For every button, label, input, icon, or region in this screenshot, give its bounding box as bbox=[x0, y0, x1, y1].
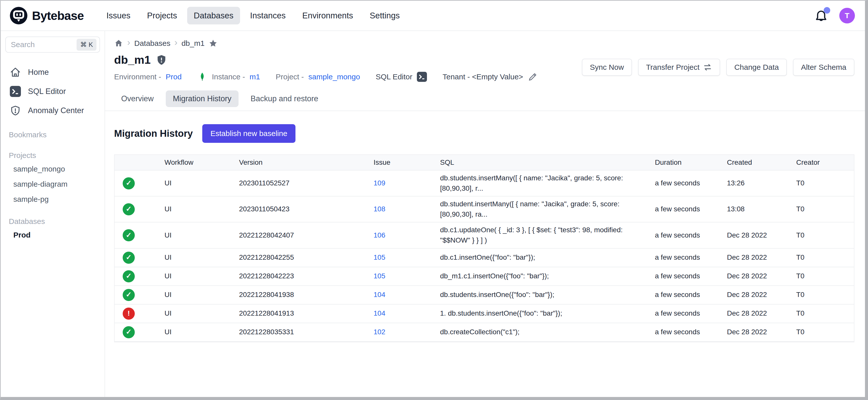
sidebar-item-home[interactable]: Home bbox=[1, 63, 104, 82]
duration-column-header: Duration bbox=[655, 157, 727, 168]
sidebar-section-databases: Databases bbox=[1, 215, 104, 227]
breadcrumb-databases[interactable]: Databases bbox=[134, 39, 170, 48]
tab-overview[interactable]: Overview bbox=[114, 90, 161, 107]
workflow-cell: UI bbox=[153, 271, 239, 281]
creator-cell: T0 bbox=[796, 271, 854, 281]
project-link[interactable]: sample_mongo bbox=[308, 72, 360, 81]
table-row[interactable]: ✓ UI 20221228035331 102 db.createCollect… bbox=[115, 323, 854, 342]
avatar[interactable]: T bbox=[839, 8, 855, 24]
status-icon: ✓ bbox=[123, 203, 135, 215]
table-header: Workflow Version Issue SQL Duration Crea… bbox=[115, 154, 854, 171]
breadcrumb-current: db_m1 bbox=[181, 39, 205, 48]
edit-pencil-icon[interactable] bbox=[528, 72, 538, 82]
sidebar-database-prod[interactable]: Prod bbox=[1, 227, 104, 243]
version-cell: 20221228042223 bbox=[239, 271, 374, 281]
sidebar-item-anomaly-center[interactable]: Anomaly Center bbox=[1, 101, 104, 120]
workflow-cell: UI bbox=[153, 290, 239, 300]
issue-link[interactable]: 104 bbox=[374, 291, 385, 299]
duration-cell: a few seconds bbox=[655, 178, 727, 188]
sql-cell: db.students.insertOne({"foo": "bar"}); bbox=[440, 290, 655, 300]
home-breadcrumb-icon[interactable] bbox=[114, 39, 123, 48]
migration-history-section: Migration History Establish new baseline… bbox=[105, 124, 865, 342]
issue-link[interactable]: 105 bbox=[374, 272, 385, 280]
tab-migration-history[interactable]: Migration History bbox=[166, 90, 239, 107]
created-cell: Dec 28 2022 bbox=[727, 290, 796, 300]
main-menu: Issues Projects Databases Instances Envi… bbox=[100, 7, 406, 25]
nav-item-projects[interactable]: Projects bbox=[141, 7, 184, 25]
workflow-cell: UI bbox=[153, 327, 239, 337]
sidebar-project-sample-diagram[interactable]: sample-diagram bbox=[1, 177, 104, 192]
duration-cell: a few seconds bbox=[655, 204, 727, 214]
table-row[interactable]: ! UI 20221228041913 104 1. db.students.i… bbox=[115, 305, 854, 323]
bytebase-logo-icon bbox=[9, 6, 28, 25]
created-cell: 13:08 bbox=[727, 204, 796, 214]
version-cell: 20221228041938 bbox=[239, 290, 374, 300]
sidebar-project-sample-pg[interactable]: sample-pg bbox=[1, 192, 104, 207]
project-label: Project - bbox=[276, 72, 304, 81]
issue-link[interactable]: 104 bbox=[374, 309, 385, 317]
table-row[interactable]: ✓ UI 20221228042223 105 db_m1.c1.insertO… bbox=[115, 267, 854, 286]
establish-baseline-button[interactable]: Establish new baseline bbox=[202, 124, 295, 143]
sql-editor-link-label[interactable]: SQL Editor bbox=[376, 72, 412, 81]
table-row[interactable]: ✓ UI 2023011050423 108 db.student.insert… bbox=[115, 196, 854, 222]
bytebase-logo[interactable]: Bytebase bbox=[9, 6, 84, 25]
issue-link[interactable]: 102 bbox=[374, 328, 385, 336]
nav-item-environments[interactable]: Environments bbox=[296, 7, 360, 25]
notifications-button[interactable] bbox=[814, 8, 828, 23]
bookmark-star-icon[interactable] bbox=[209, 39, 218, 48]
creator-column-header: Creator bbox=[796, 157, 854, 168]
issue-link[interactable]: 106 bbox=[374, 231, 385, 239]
environment-link[interactable]: Prod bbox=[166, 72, 182, 81]
tab-backup-and-restore[interactable]: Backup and restore bbox=[244, 90, 326, 107]
sync-now-label: Sync Now bbox=[590, 63, 624, 71]
transfer-project-label: Transfer Project bbox=[646, 63, 700, 71]
transfer-arrows-icon bbox=[703, 63, 712, 72]
version-cell: 20221228035331 bbox=[239, 327, 374, 337]
page-title: db_m1 bbox=[114, 53, 151, 66]
sidebar-project-sample-mongo[interactable]: sample_mongo bbox=[1, 161, 104, 177]
brand-name: Bytebase bbox=[32, 9, 84, 23]
issue-link[interactable]: 105 bbox=[374, 253, 385, 261]
home-icon bbox=[10, 67, 21, 78]
table-row[interactable]: ✓ UI 20221228042255 105 db.c1.insertOne(… bbox=[115, 249, 854, 267]
table-row[interactable]: ✓ UI 2023011052527 109 db.students.inser… bbox=[115, 171, 854, 196]
issue-column-header: Issue bbox=[374, 157, 440, 168]
duration-cell: a few seconds bbox=[655, 230, 727, 241]
search-input[interactable] bbox=[11, 40, 74, 49]
table-row[interactable]: ✓ UI 20221228042407 106 db.c1.updateOne(… bbox=[115, 222, 854, 248]
workflow-column-header: Workflow bbox=[153, 157, 239, 168]
nav-item-databases[interactable]: Databases bbox=[187, 7, 240, 25]
nav-item-settings[interactable]: Settings bbox=[363, 7, 406, 25]
version-cell: 20221228041913 bbox=[239, 308, 374, 319]
sql-editor-icon[interactable] bbox=[417, 72, 427, 82]
duration-cell: a few seconds bbox=[655, 327, 727, 337]
transfer-project-button[interactable]: Transfer Project bbox=[638, 59, 720, 76]
nav-item-issues[interactable]: Issues bbox=[100, 7, 137, 25]
sidebar-section-projects: Projects bbox=[1, 149, 104, 161]
sync-now-button[interactable]: Sync Now bbox=[582, 59, 632, 76]
issue-link[interactable]: 108 bbox=[374, 205, 385, 213]
status-icon: ! bbox=[123, 308, 135, 320]
action-buttons: Sync Now Transfer Project Change Data Al… bbox=[582, 59, 855, 76]
creator-cell: T0 bbox=[796, 178, 854, 188]
nav-item-instances[interactable]: Instances bbox=[244, 7, 292, 25]
alter-schema-button[interactable]: Alter Schema bbox=[793, 59, 855, 76]
creator-cell: T0 bbox=[796, 230, 854, 241]
created-cell: Dec 28 2022 bbox=[727, 308, 796, 319]
change-data-button[interactable]: Change Data bbox=[726, 59, 787, 76]
created-cell: 13:26 bbox=[727, 178, 796, 188]
search-box[interactable]: ⌘ K bbox=[5, 36, 100, 53]
sql-column-header: SQL bbox=[440, 157, 655, 168]
sidebar-item-sql-editor[interactable]: SQL Editor bbox=[1, 82, 104, 101]
issue-link[interactable]: 109 bbox=[374, 179, 385, 187]
shield-alert-icon bbox=[10, 105, 21, 116]
duration-cell: a few seconds bbox=[655, 271, 727, 281]
sql-cell: db.createCollection("c1"); bbox=[440, 327, 655, 337]
duration-cell: a few seconds bbox=[655, 290, 727, 300]
status-icon: ✓ bbox=[123, 289, 135, 301]
instance-link[interactable]: m1 bbox=[250, 72, 260, 81]
created-cell: Dec 28 2022 bbox=[727, 230, 796, 241]
table-row[interactable]: ✓ UI 20221228041938 104 db.students.inse… bbox=[115, 286, 854, 305]
sql-cell: db.c1.insertOne({"foo": "bar"}); bbox=[440, 252, 655, 263]
sidebar-item-label: SQL Editor bbox=[28, 87, 66, 96]
